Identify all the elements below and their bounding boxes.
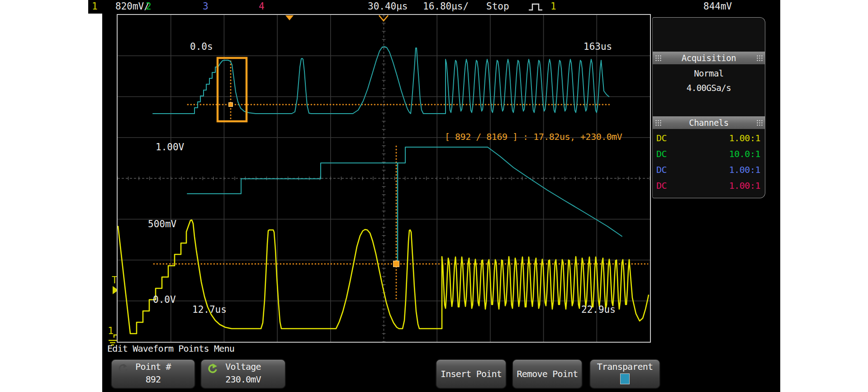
- edit-point-main[interactable]: [394, 261, 399, 267]
- acquisition-mode: Normal: [653, 68, 765, 78]
- scope-screen: 1 820mV/ 2 3 4 30.40µs 16.80µs/ Stop 1 8…: [88, 0, 780, 392]
- label-voltage-zero: 0.0V: [153, 294, 176, 305]
- label-time-end: 163us: [583, 41, 612, 52]
- label-timebase-start: 12.7us: [192, 304, 227, 315]
- grip-dots-icon: [655, 120, 661, 126]
- acquisition-sample-rate: 4.00GSa/s: [653, 83, 765, 93]
- edit-point-overview[interactable]: [229, 103, 233, 107]
- oscilloscope-screenshot: { "top_bar": { "ch1_number": "1", "ch1_s…: [0, 0, 868, 392]
- channel1-output: [118, 220, 442, 334]
- run-state: Stop: [486, 1, 509, 12]
- info-sidebar: Acquisition Normal 4.00GSa/s Channels DC…: [652, 17, 765, 198]
- status-bar: 1 820mV/ 2 3 4 30.40µs 16.80µs/ Stop 1 8…: [88, 0, 780, 14]
- softkey-label: Remove Point: [513, 360, 582, 388]
- channel1-output-burst: [442, 257, 649, 329]
- channel-3-badge[interactable]: 3: [203, 1, 209, 12]
- channels-title: Channels: [689, 118, 729, 128]
- label-voltage-low: 500mV: [148, 219, 177, 229]
- softkey-remove-point[interactable]: Remove Point: [512, 359, 583, 389]
- label-time-start: 0.0s: [190, 41, 213, 52]
- softkey-transparent[interactable]: Transparent: [589, 359, 660, 389]
- softkey-point-number[interactable]: Point # 892: [111, 359, 195, 389]
- channels-panel-header[interactable]: Channels: [653, 116, 765, 129]
- channel-4-badge[interactable]: 4: [259, 1, 265, 12]
- svg-text:1: 1: [108, 325, 114, 336]
- acquisition-panel-header[interactable]: Acquisition: [653, 52, 765, 64]
- waveform-display[interactable]: 0.0s 163us 1.00V 500mV 0.0V 12.7us 22.9u…: [117, 14, 651, 343]
- waveform-canvas: 0.0s 163us 1.00V 500mV 0.0V 12.7us 22.9u…: [118, 15, 650, 342]
- label-timebase-end: 22.9us: [581, 304, 616, 315]
- acquisition-title: Acquisition: [682, 53, 736, 63]
- softkey-label: Transparent: [590, 361, 659, 372]
- menu-title: Edit Waveform Points Menu: [107, 343, 234, 354]
- timebase-scale[interactable]: 16.80µs/: [423, 1, 469, 12]
- overview-trace: [153, 47, 446, 114]
- transparent-checkbox[interactable]: [620, 373, 630, 384]
- trigger-source[interactable]: 1: [550, 1, 556, 12]
- rotate-knob-active-icon: [207, 363, 218, 377]
- grip-dots-icon: [655, 55, 661, 61]
- channel-2-badge[interactable]: 2: [146, 1, 152, 12]
- grip-dots-icon: [756, 120, 763, 126]
- softkey-voltage[interactable]: Voltage 230.0mV: [200, 359, 286, 389]
- trigger-level[interactable]: 844mV: [703, 1, 732, 12]
- softkey-insert-point[interactable]: Insert Point: [436, 359, 507, 389]
- time-reference-marker: [285, 15, 294, 20]
- channel-1-scale[interactable]: 820mV/: [115, 1, 150, 12]
- grip-dots-icon: [756, 55, 763, 61]
- pulse-edge-icon: [528, 2, 544, 14]
- edit-point-readout: [ 892 / 8169 ] : 17.82us, +230.0mV: [445, 131, 622, 142]
- overview-trace-burst: [446, 59, 609, 114]
- timebase-delay[interactable]: 30.40µs: [368, 1, 408, 12]
- channel2-staircase: [187, 147, 622, 236]
- label-voltage-mid: 1.00V: [156, 142, 185, 153]
- rotate-knob-icon: [117, 363, 129, 377]
- softkey-label: Insert Point: [436, 360, 506, 388]
- channel-1-badge[interactable]: 1: [92, 1, 98, 12]
